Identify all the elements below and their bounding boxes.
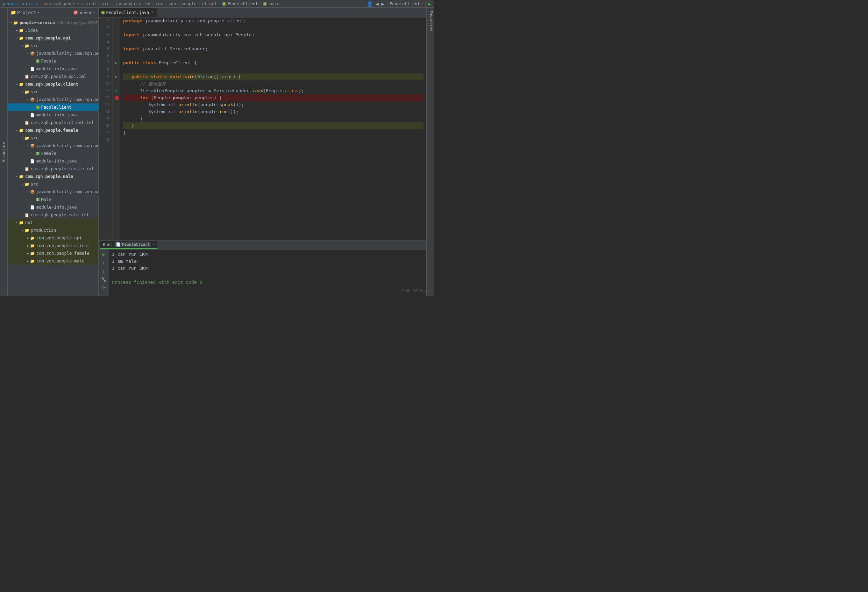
tree-male[interactable]: ▾ 📁 com.zqh.people.male (8, 173, 98, 180)
sort-icon[interactable]: ☰ (84, 10, 88, 15)
tree-People[interactable]: C People (8, 57, 98, 65)
tree-api-src[interactable]: ▾ 📁 src (8, 42, 98, 50)
tab-label: PeopleClient.java (106, 10, 149, 15)
tree-module-info-female[interactable]: 📄 module-info.java (8, 157, 98, 165)
structure-tab[interactable]: Structure (1, 139, 7, 165)
tree-female-pkg[interactable]: ▾ 📦 javamodularity.com.zqh.people.female (8, 142, 98, 150)
editor-area: m PeopleClient.java × 1 2 3 4 5 6 (99, 8, 426, 240)
api-src-folder-icon: 📁 (25, 44, 30, 48)
out-api-icon: 📁 (30, 236, 35, 240)
tree-male-iml[interactable]: 📋 com.zqh.people.male.iml (8, 211, 98, 219)
run-tab-close[interactable]: × (152, 243, 155, 246)
breadcrumb-people-service[interactable]: people-service (3, 1, 38, 6)
code-line-10: // 遍历服务 (123, 80, 424, 87)
code-content[interactable]: package javamodularity.com.zqh.people.cl… (120, 18, 426, 240)
tree-out-male[interactable]: ▶ 📁 com.zqh.people.male (8, 257, 98, 265)
code-line-9: public static void main(String[] args) { (123, 74, 424, 80)
breadcrumb-zqh[interactable]: zqh (168, 1, 176, 6)
male-arrow: ▾ (15, 174, 19, 178)
scroll-up-button[interactable]: ↓ (100, 268, 107, 275)
tab-close-button[interactable]: × (151, 10, 154, 14)
tree-female-src[interactable]: ▾ 📁 src (8, 134, 98, 142)
tree-module-info-male[interactable]: 📄 module-info.java (8, 203, 98, 211)
run-gutter-7[interactable]: ▶ (113, 59, 119, 66)
female-iml-icon: 📋 (25, 167, 30, 171)
tree-male-pkg[interactable]: ▾ 📦 javamodularity.com.zqh.male (8, 188, 98, 196)
code-line-17: } (123, 129, 424, 136)
tree-out-client[interactable]: ▶ 📁 com.zqh.people.client (8, 242, 98, 249)
settings-tool-button[interactable]: 🔧 (100, 276, 107, 283)
sidebar-header: 📁 Project ▾ 🎯 ⇅ ☰ ⚙ — (8, 8, 98, 18)
tree-Female[interactable]: C Female (8, 150, 98, 157)
People-icon: C (36, 59, 40, 63)
breadcrumb-main[interactable]: m (263, 2, 266, 6)
project-tree: ▾ 📁 people-service ~/Desktop/java9学习/cod… (8, 18, 98, 296)
breadcrumb-peopleclient[interactable]: PeopleClient (228, 1, 258, 6)
tree-api-pkg[interactable]: ▾ 📦 javamodularity.com.zqh.people.api (8, 50, 98, 57)
run-tab[interactable]: Run: 📄 PeopleClient × (100, 241, 157, 249)
breadcrumb-client[interactable]: client (202, 1, 217, 6)
tree-idea[interactable]: ▶ 📁 .idea (8, 27, 98, 34)
tree-client-pkg[interactable]: ▾ 📦 javamodularity.com.zqh.people.client (8, 96, 98, 103)
run-config-dropdown[interactable]: PeopleClient ▾ (387, 1, 426, 7)
tab-peopleclient[interactable]: m PeopleClient.java × (99, 8, 157, 17)
code-line-6 (123, 52, 424, 59)
add-gutter-11[interactable]: + (113, 87, 119, 94)
tree-module-info-client[interactable]: 📄 module-info.java (8, 111, 98, 119)
console-process-line: Process finished with exit code 0 (112, 279, 424, 286)
out-client-icon: 📁 (30, 244, 35, 248)
female-folder-icon: 📁 (19, 128, 24, 133)
hide-icon[interactable]: — (93, 10, 96, 15)
api-pkg-arrow: ▾ (26, 52, 30, 56)
tree-PeopleClient[interactable]: m PeopleClient (8, 103, 98, 111)
client-pkg-arrow: ▾ (26, 97, 30, 102)
error-gutter-12 (114, 94, 120, 102)
layout-button[interactable]: ⟳ (100, 284, 107, 292)
male-src-icon: 📁 (25, 182, 30, 187)
out-arrow: ▾ (15, 221, 19, 225)
tree-root[interactable]: ▾ 📁 people-service ~/Desktop/java9学习/cod… (8, 19, 98, 27)
run-button[interactable]: ▶ (428, 1, 431, 7)
tree-client-iml[interactable]: 📋 com.zqh.people.client.iml (8, 119, 98, 127)
stop-button[interactable]: ↑ (100, 259, 107, 266)
tree-out-api[interactable]: ▶ 📁 com.zqh.people.api (8, 234, 98, 242)
tree-client-src[interactable]: ▾ 📁 src (8, 88, 98, 96)
tree-out[interactable]: ▾ 📁 out (8, 219, 98, 227)
breadcrumb-src[interactable]: src (102, 1, 109, 6)
code-line-8 (123, 66, 424, 74)
nav-next-icon[interactable]: ▶ (382, 1, 384, 7)
female-arrow: ▾ (15, 128, 19, 133)
gear-icon[interactable]: ⚙ (89, 10, 92, 15)
project-dropdown[interactable]: 📁 Project ▾ (10, 10, 39, 15)
bottom-tools: ▶ ↑ ↓ 🔧 ⟳ (99, 249, 109, 296)
male-folder-icon: 📁 (19, 174, 24, 179)
tree-female-iml[interactable]: 📋 com.zqh.people.female.iml (8, 165, 98, 173)
rerun-button[interactable]: ▶ (100, 251, 107, 258)
right-vertical-tabs: Favorites (426, 8, 434, 296)
tree-api-iml[interactable]: 📋 com.zqh.people.api.iml (8, 73, 98, 80)
tree-client[interactable]: ▾ 📁 com.zqh.people.client (8, 80, 98, 88)
equalizer-icon[interactable]: ⇅ (80, 10, 82, 15)
tree-male-src[interactable]: ▾ 📁 src (8, 180, 98, 188)
nav-prev-icon[interactable]: ◀ (376, 1, 378, 7)
breadcrumb-client-module[interactable]: com.zqh.people.client (43, 1, 96, 6)
favorites-tab[interactable]: Favorites (427, 8, 434, 34)
tree-out-female[interactable]: ▶ 📁 com.zqh.people.female (8, 249, 98, 257)
code-editor[interactable]: 1 2 3 4 5 6 7 8 9 10 11 12 13 14 (99, 18, 426, 240)
code-line-3: import javamodularity.com.zqh.people.api… (123, 31, 424, 38)
code-line-2 (123, 25, 424, 31)
tree-production[interactable]: ▾ 📁 production (8, 227, 98, 234)
breadcrumb-people[interactable]: people (182, 1, 196, 6)
tree-Male[interactable]: C Male (8, 196, 98, 203)
breadcrumb-com[interactable]: com (156, 1, 163, 6)
locate-icon[interactable]: 🎯 (73, 10, 78, 15)
run-gutter-9[interactable]: ▶ (113, 74, 119, 80)
breadcrumb-javamod[interactable]: javamodularity (115, 1, 150, 6)
tree-female[interactable]: ▾ 📁 com.zqh.people.female (8, 127, 98, 134)
dropdown-arrow: ▾ (37, 11, 39, 14)
tree-module-info-api[interactable]: 📄 module-info.java (8, 65, 98, 73)
profile-icon[interactable]: 👤 (367, 1, 373, 7)
console-line-3: I can run 3KM! (112, 265, 424, 272)
tree-api[interactable]: ▾ 📁 com.zqh.people.api (8, 34, 98, 42)
breadcrumb: people-service › com.zqh.people.client ›… (3, 1, 279, 6)
